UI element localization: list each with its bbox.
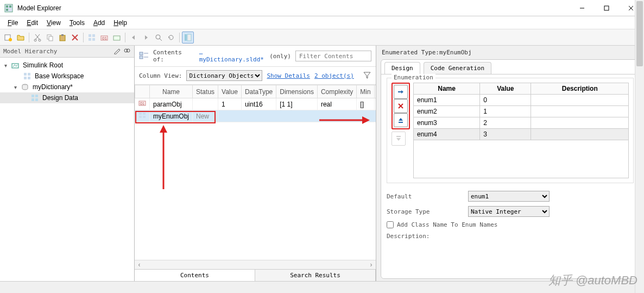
col-max[interactable]: Max <box>374 85 376 98</box>
add-class-name-checkbox[interactable] <box>387 221 394 228</box>
col-datatype[interactable]: DataType <box>241 85 276 98</box>
tree-label-design: Design Data <box>41 94 78 102</box>
model-hierarchy-panel: Model Hierarchy ▾ Simulink Root Base Wor… <box>0 46 135 281</box>
cut-icon[interactable] <box>31 32 43 43</box>
svg-rect-41 <box>140 52 143 55</box>
enum-col-desc[interactable]: Description <box>531 83 629 95</box>
svg-rect-40 <box>35 98 38 101</box>
forward-icon[interactable] <box>140 32 152 43</box>
tab-code-generation[interactable]: Code Generation <box>424 62 491 74</box>
menu-help[interactable]: Help <box>109 18 131 28</box>
col-min[interactable]: Min <box>357 85 374 98</box>
enum-row[interactable]: enum21 <box>414 106 629 117</box>
svg-rect-49 <box>139 116 142 118</box>
object-count-link[interactable]: 2 object(s) <box>314 72 354 79</box>
storage-type-row: Storage Type Native Integer <box>381 204 639 219</box>
expand-icon[interactable]: ▾ <box>12 84 18 90</box>
menu-tools[interactable]: Tools <box>65 18 89 28</box>
svg-rect-38 <box>35 95 38 97</box>
col-value[interactable]: Value <box>218 85 242 98</box>
tree-node-root[interactable]: ▾ Simulink Root <box>0 60 134 71</box>
param-icon[interactable]: 01 <box>98 32 110 43</box>
contents-grid[interactable]: Name Status Value DataType Dimensions Co… <box>135 85 376 260</box>
row-type-icon <box>135 110 150 122</box>
new-model-icon[interactable] <box>2 32 14 43</box>
minimize-button[interactable] <box>570 0 594 16</box>
svg-rect-19 <box>92 34 95 37</box>
left-panel-header: Model Hierarchy <box>0 46 134 58</box>
filter-icon[interactable] <box>363 71 371 81</box>
grid-layout-icon[interactable] <box>86 32 98 43</box>
col-name[interactable]: Name <box>150 85 193 98</box>
back-icon[interactable] <box>128 32 140 43</box>
tree-label-dict: myDictionary* <box>31 83 73 91</box>
col-status[interactable]: Status <box>193 85 218 98</box>
menu-add[interactable]: Add <box>89 18 109 28</box>
copy-icon[interactable] <box>44 32 56 43</box>
cell-status <box>193 98 218 110</box>
table-row[interactable]: myEnumObj New <box>135 110 376 122</box>
contents-path[interactable]: …myDictionary.sldd* <box>199 49 266 63</box>
property-panel: Enumerated Type:myEnumObj Design Code Ge… <box>376 46 644 281</box>
h-scrollbar[interactable]: ‹ › <box>135 260 376 269</box>
enum-row[interactable]: enum10 <box>414 95 629 106</box>
filter-contents-input[interactable] <box>295 51 371 61</box>
col-dimensions[interactable]: Dimensions <box>276 85 318 98</box>
show-details-link[interactable]: Show Details <box>267 72 310 79</box>
svg-rect-13 <box>49 36 53 41</box>
enum-row[interactable]: enum32 <box>414 117 629 129</box>
property-body: Design Code Generation Enumeration <box>381 59 640 279</box>
workspace-icon <box>23 72 31 80</box>
open-folder-icon[interactable] <box>15 32 27 43</box>
tab-contents[interactable]: Contents <box>135 270 255 281</box>
storage-type-select[interactable]: Native Integer <box>468 206 550 217</box>
maximize-button[interactable] <box>594 0 618 16</box>
column-view-select[interactable]: Dictionary Objects <box>186 70 262 81</box>
move-up-button[interactable] <box>394 113 408 127</box>
expand-icon[interactable]: ▾ <box>2 63 9 68</box>
default-row: Default enum1 <box>381 189 639 204</box>
tree-node-dictionary[interactable]: ▾ myDictionary* <box>0 82 134 92</box>
col-icon[interactable] <box>135 85 150 98</box>
svg-rect-47 <box>139 113 142 115</box>
default-select[interactable]: enum1 <box>468 191 550 202</box>
svg-rect-50 <box>143 116 146 118</box>
refresh-icon[interactable] <box>165 32 177 43</box>
hierarchy-tree[interactable]: ▾ Simulink Root Base Workspace ▾ myDicti… <box>0 58 134 281</box>
search-icon[interactable] <box>153 32 165 43</box>
menu-file[interactable]: File <box>3 18 22 28</box>
tree-label-base: Base Workspace <box>34 72 84 80</box>
remove-enum-button[interactable] <box>394 99 408 113</box>
svg-text:01: 01 <box>102 36 107 41</box>
enum-row[interactable]: enum43 <box>414 129 629 140</box>
cell-max: 10000 <box>374 98 376 110</box>
tree-node-base-workspace[interactable]: Base Workspace <box>0 71 134 82</box>
menu-view[interactable]: View <box>42 18 65 28</box>
col-complexity[interactable]: Complexity <box>317 85 356 98</box>
right-scrollbar[interactable] <box>635 0 644 293</box>
tab-search-results[interactable]: Search Results <box>255 270 376 281</box>
tree-node-design-data[interactable]: Design Data <box>0 92 134 103</box>
add-enum-button[interactable] <box>394 85 408 99</box>
tab-design[interactable]: Design <box>384 62 420 74</box>
svg-text:01: 01 <box>140 102 144 105</box>
svg-rect-21 <box>92 38 95 41</box>
row-type-icon: 01 <box>135 98 150 110</box>
table-row[interactable]: 01 paramObj 1 uint16 [1 1] real [] 10000 <box>135 98 376 110</box>
app-icon <box>4 4 13 13</box>
tree-pane-toggle-icon[interactable] <box>182 32 194 43</box>
cell-value: 1 <box>218 98 242 110</box>
delete-icon[interactable] <box>69 32 81 43</box>
edit-hierarchy-icon[interactable] <box>113 47 121 56</box>
bus-icon[interactable] <box>111 32 123 43</box>
paste-icon[interactable] <box>56 32 68 43</box>
move-down-button[interactable] <box>392 132 406 146</box>
menu-edit[interactable]: Edit <box>22 18 42 28</box>
enum-table[interactable]: Name Value Description enum10 enum21 enu… <box>413 83 629 178</box>
contents-only: (only) <box>269 53 291 60</box>
menu-bar: File Edit View Tools Add Help <box>0 16 644 29</box>
svg-rect-20 <box>89 38 91 41</box>
enum-col-name[interactable]: Name <box>414 83 480 95</box>
enum-col-value[interactable]: Value <box>480 83 531 95</box>
link-icon[interactable] <box>123 47 131 56</box>
